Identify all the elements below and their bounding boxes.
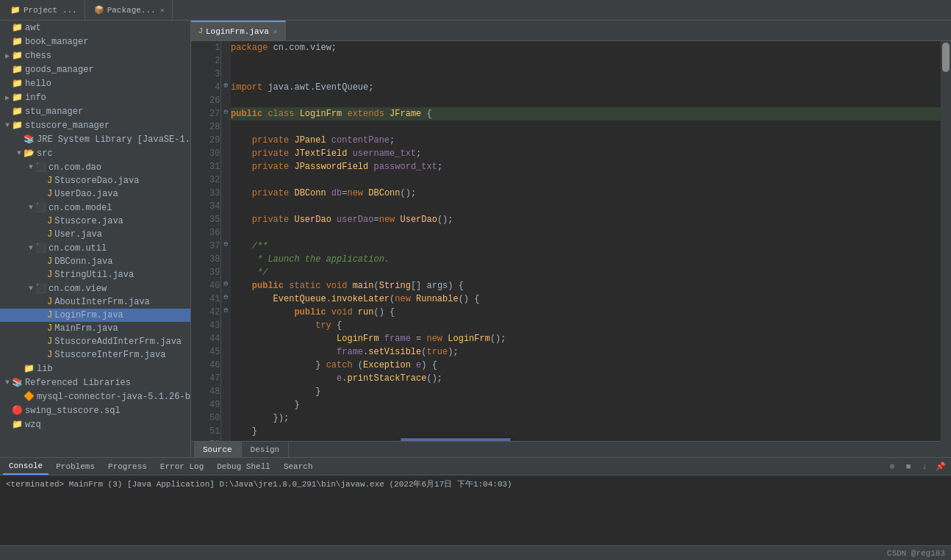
line-number: 32 [191, 173, 220, 187]
tab-project[interactable]: 📁 Project ... [3, 0, 85, 20]
editor-tab-close[interactable]: ✕ [273, 27, 278, 36]
vertical-scrollbar[interactable] [941, 41, 951, 457]
scroll-thumb[interactable] [942, 43, 950, 72]
list-item[interactable]: J StuscoreDao.java [0, 174, 190, 187]
list-item[interactable]: J MainFrm.java [0, 322, 190, 335]
code-left: 1 package cn.com.view; 2 3 [191, 41, 941, 457]
table-row: 43 try { [191, 319, 941, 332]
tab-console[interactable]: Console [3, 458, 49, 475]
gutter-cell[interactable]: ⊖ [220, 279, 231, 292]
line-number: 3 [191, 68, 220, 81]
table-row: 26 [191, 94, 941, 107]
gutter-cell [220, 213, 231, 226]
code-line: } [231, 425, 941, 438]
gutter-cell [220, 187, 231, 200]
editor-tab-loginfrm[interactable]: J LoginFrm.java ✕ [191, 21, 286, 40]
list-item[interactable]: ▼ ⬛ cn.com.view [0, 281, 190, 295]
list-item[interactable]: 📁 stu_manager [0, 104, 190, 118]
folder-icon: 📁 [12, 64, 23, 75]
line-number: 36 [191, 226, 220, 240]
list-item[interactable]: 📁 lib [0, 362, 190, 376]
arrow-icon: ▼ [15, 149, 24, 157]
java-file-icon: J [47, 337, 52, 347]
table-row: 45 frame.setVisible(true); [191, 345, 941, 359]
code-line: public class LoginFrm extends JFrame { [231, 107, 941, 121]
table-row: 31 private JPasswordField password_txt; [191, 160, 941, 173]
gutter-cell [220, 319, 231, 332]
gutter-cell[interactable]: ⊖ [220, 240, 231, 253]
list-item[interactable]: 📁 awt [0, 21, 190, 35]
list-item[interactable]: 🔶 mysql-connector-java-5.1.26-b [0, 390, 190, 403]
tab-source[interactable]: Source [194, 442, 242, 457]
line-number: 30 [191, 147, 220, 160]
java-file-icon: J [47, 323, 52, 334]
gutter-cell[interactable]: ⊕ [220, 81, 231, 94]
list-item[interactable]: J Stuscore.java [0, 215, 190, 228]
tab-errorlog[interactable]: Error Log [154, 458, 209, 475]
bottom-tab-bar: Console Problems Progress Error Log Debu… [0, 458, 951, 475]
autocomplete-popup[interactable]: selectedIcon selectedIcon [401, 438, 511, 441]
list-item[interactable]: 📁 hello [0, 76, 190, 90]
table-row: 36 [191, 226, 941, 240]
tab-design[interactable]: Design [242, 442, 290, 457]
gutter-cell[interactable]: ⊖ [220, 292, 231, 306]
arrow-icon: ▼ [3, 121, 12, 129]
list-item[interactable]: ▼ 📁 stuscore_manager [0, 118, 190, 132]
list-item[interactable]: 📁 goods_manager [0, 62, 190, 76]
list-item[interactable]: J AboutInterFrm.java [0, 295, 190, 309]
list-item[interactable]: 🔴 swing_stuscore.sql [0, 403, 190, 417]
code-scroll[interactable]: 1 package cn.com.view; 2 3 [191, 41, 941, 441]
table-row: 33 private DBConn db=new DBConn(); [191, 187, 941, 200]
tab-progress[interactable]: Progress [102, 458, 153, 475]
list-item[interactable]: J StringUtil.java [0, 268, 190, 281]
console-pin-btn[interactable]: 📌 [933, 459, 948, 474]
list-item[interactable]: 📁 book_manager [0, 35, 190, 49]
console-clear-btn[interactable]: ⊗ [885, 459, 900, 474]
line-number: 28 [191, 121, 220, 134]
list-item[interactable]: 📚 JRE System Library [JavaSE-1.8] [0, 132, 190, 146]
list-item[interactable]: J StuscoreInterFrm.java [0, 348, 190, 362]
tab-debugshell[interactable]: Debug Shell [211, 458, 276, 475]
tab-package[interactable]: 📦 Package... ✕ [87, 0, 173, 20]
list-item[interactable]: 📁 wzq [0, 417, 190, 431]
code-line: e.printStackTrace(); [231, 372, 941, 385]
console-content: <terminated> MainFrm (3) [Java Applicati… [0, 475, 951, 545]
gutter-cell [220, 68, 231, 81]
list-item[interactable]: ▼ 📂 src [0, 146, 190, 160]
code-line: EventQueue.invokeLater(new Runnable() { [231, 292, 941, 306]
gutter-cell [220, 372, 231, 385]
line-number: 46 [191, 359, 220, 372]
list-item[interactable]: J DBConn.java [0, 255, 190, 268]
table-row: 50 }); [191, 412, 941, 425]
autocomplete-item[interactable]: selectedIcon [401, 439, 510, 441]
list-item[interactable]: J StuscoreAddInterFrm.java [0, 335, 190, 348]
gutter-cell[interactable]: ⊖ [220, 107, 231, 121]
main-layout: 📁 awt 📁 book_manager ▶ 📁 chess 📁 goods_m… [0, 21, 951, 457]
gutter-cell [220, 345, 231, 359]
gutter-cell [220, 147, 231, 160]
console-scroll-btn[interactable]: ↓ [917, 459, 932, 474]
console-stop-btn[interactable]: ■ [901, 459, 916, 474]
code-line [231, 173, 941, 187]
java-file-icon: J [47, 229, 52, 240]
gutter-cell [220, 173, 231, 187]
list-item[interactable]: J LoginFrm.java [0, 309, 190, 322]
tab-package-close[interactable]: ✕ [160, 6, 165, 15]
table-row: 52 [191, 438, 941, 441]
list-item[interactable]: ▼ ⬛ cn.com.dao [0, 160, 190, 174]
gutter-cell[interactable]: ⊖ [220, 306, 231, 319]
list-item[interactable]: ▼ ⬛ cn.com.model [0, 201, 190, 215]
list-item[interactable]: ▶ 📁 chess [0, 49, 190, 62]
list-item[interactable]: J UserDao.java [0, 187, 190, 201]
jar-icon: 🔶 [24, 391, 35, 402]
list-item[interactable]: ▼ 📚 Referenced Libraries [0, 376, 190, 390]
code-line [231, 68, 941, 81]
list-item[interactable]: ▶ 📁 info [0, 90, 190, 104]
arrow-icon: ▶ [3, 93, 12, 102]
list-item[interactable]: J User.java [0, 228, 190, 241]
code-line [231, 226, 941, 240]
tab-problems[interactable]: Problems [50, 458, 101, 475]
list-item[interactable]: ▼ ⬛ cn.com.util [0, 241, 190, 255]
tab-search[interactable]: Search [278, 458, 319, 475]
line-number: 47 [191, 372, 220, 385]
